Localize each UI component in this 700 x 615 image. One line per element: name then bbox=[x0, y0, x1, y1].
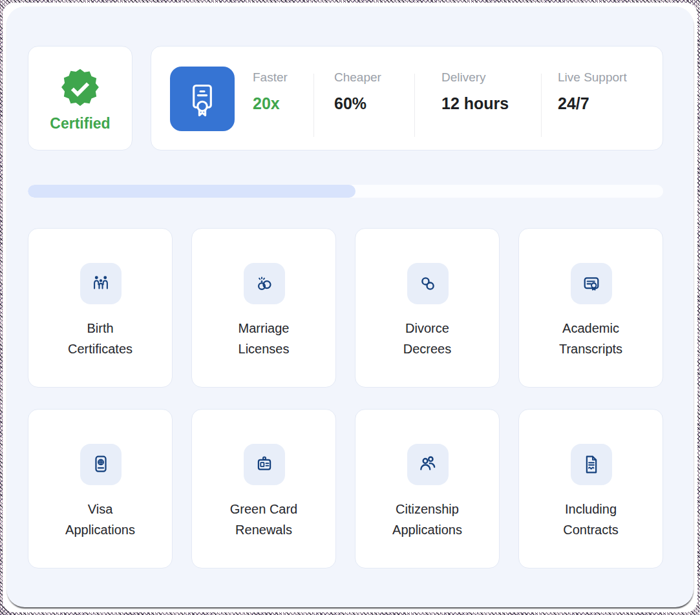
service-label: Green Card Renewals bbox=[192, 499, 335, 540]
icon-tile bbox=[571, 444, 612, 485]
linked-rings-icon bbox=[416, 271, 440, 296]
stat-value: 24/7 bbox=[558, 94, 627, 112]
icon-tile bbox=[407, 263, 449, 304]
stat-label: Live Support bbox=[558, 70, 627, 85]
stat-value: 60% bbox=[334, 94, 381, 112]
stat-label: Delivery bbox=[441, 70, 509, 85]
stat-divider bbox=[541, 74, 542, 137]
certificate-tile bbox=[170, 67, 235, 131]
service-label: Divorce Decrees bbox=[355, 318, 499, 359]
id-badge-icon bbox=[252, 452, 277, 477]
document-icon bbox=[579, 452, 604, 477]
service-card-green-card-renewals[interactable]: Green Card Renewals bbox=[191, 409, 336, 568]
icon-tile bbox=[571, 263, 612, 304]
service-card-academic-transcripts[interactable]: Academic Transcripts bbox=[518, 228, 663, 388]
stat-live-support: Live Support 24/7 bbox=[558, 70, 627, 112]
certified-label: Certified bbox=[28, 115, 132, 132]
icon-tile bbox=[407, 444, 449, 485]
stat-label: Faster bbox=[253, 70, 288, 85]
screenshot-root: Certified Faster 20x Cheaper 60% bbox=[0, 0, 700, 615]
people-icon bbox=[416, 452, 440, 477]
service-label: Including Contracts bbox=[519, 499, 663, 540]
service-label: Citizenship Applications bbox=[355, 499, 499, 540]
main-panel: Certified Faster 20x Cheaper 60% bbox=[6, 6, 694, 607]
progress-fill bbox=[28, 185, 355, 198]
stat-delivery: Delivery 12 hours bbox=[441, 70, 509, 112]
service-label: Marriage Licenses bbox=[192, 318, 335, 359]
service-card-birth-certificates[interactable]: Birth Certificates bbox=[28, 228, 173, 388]
progress-bar bbox=[28, 185, 663, 198]
stat-label: Cheaper bbox=[334, 70, 381, 85]
stat-divider bbox=[414, 74, 415, 137]
stats-card: Faster 20x Cheaper 60% Delivery 12 hours… bbox=[151, 46, 663, 151]
wedding-rings-icon bbox=[252, 271, 277, 296]
stat-value: 12 hours bbox=[441, 94, 509, 112]
service-label: Birth Certificates bbox=[28, 318, 172, 359]
certificate-icon bbox=[184, 80, 221, 118]
passport-icon bbox=[89, 452, 113, 477]
service-card-marriage-licenses[interactable]: Marriage Licenses bbox=[191, 228, 336, 388]
icon-tile bbox=[80, 263, 122, 304]
service-card-divorce-decrees[interactable]: Divorce Decrees bbox=[355, 228, 500, 388]
service-label: Academic Transcripts bbox=[519, 318, 663, 359]
stat-value: 20x bbox=[253, 94, 288, 112]
stat-cheaper: Cheaper 60% bbox=[334, 70, 381, 112]
service-card-visa-applications[interactable]: Visa Applications bbox=[28, 409, 173, 568]
icon-tile bbox=[244, 263, 285, 304]
service-card-including-contracts[interactable]: Including Contracts bbox=[518, 409, 663, 568]
stat-divider bbox=[313, 74, 314, 137]
certified-card: Certified bbox=[28, 46, 133, 151]
family-icon bbox=[89, 271, 113, 296]
stat-faster: Faster 20x bbox=[253, 70, 288, 112]
icon-tile bbox=[244, 444, 285, 485]
verified-badge-icon bbox=[59, 66, 101, 109]
service-label: Visa Applications bbox=[28, 499, 172, 540]
certificate-seal-icon bbox=[579, 271, 604, 296]
icon-tile bbox=[80, 444, 122, 485]
service-card-citizenship-applications[interactable]: Citizenship Applications bbox=[355, 409, 500, 568]
